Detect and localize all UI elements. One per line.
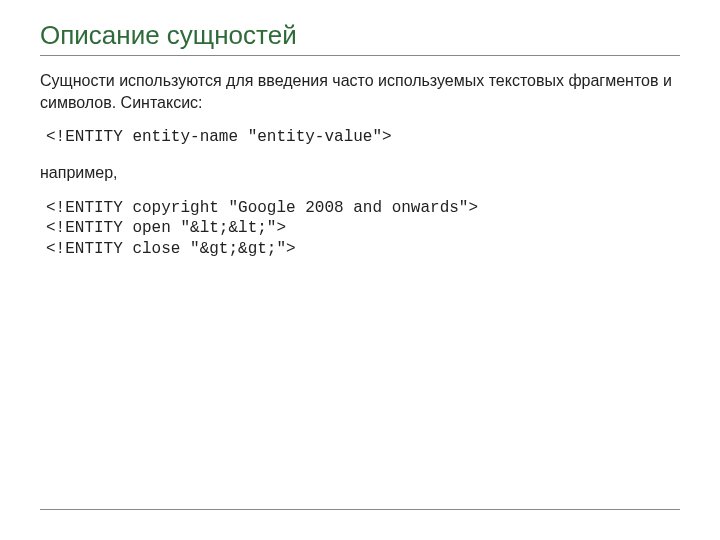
- syntax-code: <!ENTITY entity-name "entity-value">: [46, 127, 680, 148]
- slide: Описание сущностей Сущности используются…: [0, 0, 720, 540]
- example-code: <!ENTITY copyright "Google 2008 and onwa…: [46, 198, 680, 260]
- slide-title: Описание сущностей: [40, 20, 680, 56]
- footer-rule: [40, 509, 680, 510]
- example-lead: например,: [40, 162, 680, 184]
- intro-text: Сущности используются для введения часто…: [40, 70, 680, 113]
